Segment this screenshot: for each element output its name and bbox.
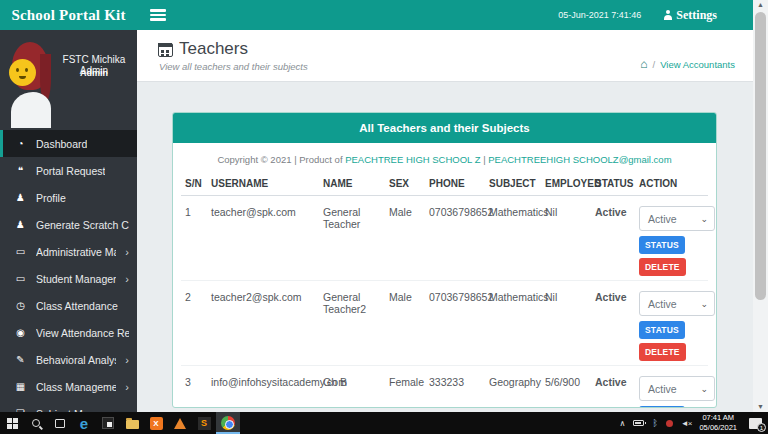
sidebar-item-student-management[interactable]: ▭ Student Management › xyxy=(0,265,137,292)
cell-employed: 5/6/900 xyxy=(541,366,591,409)
sidebar-item-view-attendance-records[interactable]: ◉ View Attendance Records xyxy=(0,319,137,346)
xampp-icon[interactable]: X xyxy=(144,412,168,434)
breadcrumb: ⌂ / View Accountants xyxy=(640,58,735,70)
search-icon[interactable] xyxy=(24,412,48,434)
sidebar-item-profile[interactable]: ♟ Profile xyxy=(0,184,137,211)
cell-subject: Geography xyxy=(485,366,541,409)
sidebar-profile: FSTC Michika Admin Admin xyxy=(0,30,137,128)
delete-button[interactable]: DELETE xyxy=(639,258,686,276)
copyright-school-link[interactable]: PEACHTREE HIGH SCHOOL Z xyxy=(345,154,480,165)
cell-name: Gh B xyxy=(319,366,385,409)
page-header: Teachers View all teachers and their sub… xyxy=(137,30,753,82)
battery-icon[interactable] xyxy=(633,420,644,426)
sidebar-item-administrative-manager[interactable]: ▭ Administrative Manager › xyxy=(0,238,137,265)
sublime-icon[interactable]: S xyxy=(192,412,216,434)
row-status-select[interactable]: Active ⌄ xyxy=(639,376,715,401)
teachers-table: S/NUSERNAMENAMESEXPHONESUBJECTEMPLOYEDST… xyxy=(181,172,708,408)
sidebar-item-dashboard[interactable]: ◔ Dashboard xyxy=(0,130,137,157)
cell-action: Active ⌄ STATUS DELETE xyxy=(635,366,708,409)
delete-button[interactable]: DELETE xyxy=(639,343,686,361)
table-row: 3 info@infohsysitacademy.com Gh B Female… xyxy=(181,366,708,409)
edit-icon: ✎ xyxy=(14,354,27,365)
cell-sn: 2 xyxy=(181,281,207,366)
taskbar-clock[interactable]: 07:41 AM 05/06/2021 xyxy=(699,413,737,433)
cell-employed: Nil xyxy=(541,281,591,366)
sidebar-item-class-management[interactable]: ▦ Class Management › xyxy=(0,373,137,400)
chevron-right-icon: › xyxy=(125,381,129,393)
sidebar-item-behavioral-analysis[interactable]: ✎ Behavioral Analysis › xyxy=(0,346,137,373)
scroll-down-icon[interactable]: ▼ xyxy=(753,402,768,412)
calendar-icon xyxy=(158,43,173,57)
sidebar-item-subject-management[interactable]: ❏ Subject Management › xyxy=(0,400,137,412)
card-title: All Teachers and their Subjects xyxy=(173,113,716,143)
topbar-datetime: 05-Jun-2021 7:41:46 xyxy=(558,10,641,20)
bluetooth-icon[interactable]: ᛒ xyxy=(652,419,657,428)
cell-sn: 1 xyxy=(181,196,207,281)
cell-sex: Female xyxy=(385,366,425,409)
recording-icon[interactable] xyxy=(666,420,673,427)
comment-icon: ❝ xyxy=(14,165,27,176)
desktop-screen: School Portal Kit 05-Jun-2021 7:41:46 Se… xyxy=(0,0,768,434)
sidebar: FSTC Michika Admin Admin ◔ Dashboard ❝ P… xyxy=(0,30,137,412)
app-brand: School Portal Kit xyxy=(0,7,137,24)
column-header-sex: SEX xyxy=(385,172,425,196)
profile-role: Admin xyxy=(52,68,136,78)
cell-action: Active ⌄ STATUS DELETE xyxy=(635,196,708,281)
cell-username: info@infohsysitacademy.com xyxy=(207,366,319,409)
taskview-icon[interactable] xyxy=(48,412,72,434)
home-icon[interactable]: ⌂ xyxy=(640,58,647,70)
sidebar-menu: ◔ Dashboard ❝ Portal Request ♟ Profile ♟… xyxy=(0,130,137,412)
vlc-icon[interactable] xyxy=(168,412,192,434)
chevron-down-icon: ⌄ xyxy=(700,384,708,394)
edge-icon[interactable]: e xyxy=(72,412,96,434)
copyright-email-link[interactable]: PEACHTREEHIGH SCHOOLZ@gmail.com xyxy=(488,154,671,165)
column-header-name: NAME xyxy=(319,172,385,196)
cell-username: teacher@spk.com xyxy=(207,196,319,281)
user-icon: ♟ xyxy=(14,219,27,230)
topbar: School Portal Kit 05-Jun-2021 7:41:46 Se… xyxy=(0,0,753,30)
taskbar-time: 07:41 AM xyxy=(699,413,737,423)
cell-status: Active xyxy=(591,196,635,281)
scrollbar-thumb[interactable] xyxy=(755,12,766,300)
page-scrollbar[interactable]: ▲ ▼ xyxy=(753,0,768,412)
teachers-card: All Teachers and their Subjects Copyrigh… xyxy=(172,112,717,408)
copyright-line: Copyright © 2021 | Product of PEACHTREE … xyxy=(181,143,708,172)
sidebar-item-class-attendance[interactable]: ◷ Class Attendance xyxy=(0,292,137,319)
user-icon: ♟ xyxy=(14,192,27,203)
status-button[interactable]: STATUS xyxy=(639,321,685,339)
sidebar-item-generate-scratch-card[interactable]: ♟ Generate Scratch Card xyxy=(0,211,137,238)
cell-status: Active xyxy=(591,366,635,409)
sidebar-toggle-icon[interactable] xyxy=(146,5,170,25)
laptop-icon: ▭ xyxy=(14,246,27,257)
sidebar-item-portal-request[interactable]: ❝ Portal Request xyxy=(0,157,137,184)
system-tray: ∧ ᛒ ◄× 07:41 AM 05/06/2021 1 xyxy=(620,413,768,433)
start-icon[interactable] xyxy=(0,412,24,434)
scroll-up-icon[interactable]: ▲ xyxy=(753,0,768,10)
cell-username: teacher2@spk.com xyxy=(207,281,319,366)
content-area: All Teachers and their Subjects Copyrigh… xyxy=(137,82,753,412)
cell-phone: 333233 xyxy=(425,366,485,409)
cell-sex: Male xyxy=(385,196,425,281)
column-header-phone: PHONE xyxy=(425,172,485,196)
row-status-select[interactable]: Active ⌄ xyxy=(639,291,715,316)
notepad-icon[interactable] xyxy=(96,412,120,434)
action-center-icon[interactable]: 1 xyxy=(749,418,762,429)
user-icon xyxy=(663,10,673,20)
eye-icon: ◉ xyxy=(14,327,27,338)
status-button[interactable]: STATUS xyxy=(639,236,685,254)
cell-sn: 3 xyxy=(181,366,207,409)
speaker-muted-icon[interactable]: ◄× xyxy=(681,419,692,428)
row-status-select[interactable]: Active ⌄ xyxy=(639,206,715,231)
explorer-icon[interactable] xyxy=(120,412,144,434)
status-button[interactable]: STATUS xyxy=(639,406,685,408)
column-header-action: ACTION xyxy=(635,172,708,196)
chevron-up-icon[interactable]: ∧ xyxy=(620,419,626,428)
column-header-status: STATUS xyxy=(591,172,635,196)
cell-subject: Mathematics xyxy=(485,196,541,281)
chevron-right-icon: › xyxy=(125,246,129,258)
breadcrumb-current[interactable]: View Accountants xyxy=(660,59,735,70)
gauge-icon: ◔ xyxy=(14,138,27,149)
chrome-icon[interactable] xyxy=(216,412,240,434)
chevron-down-icon: ⌄ xyxy=(700,214,708,224)
settings-menu[interactable]: Settings xyxy=(663,8,717,23)
